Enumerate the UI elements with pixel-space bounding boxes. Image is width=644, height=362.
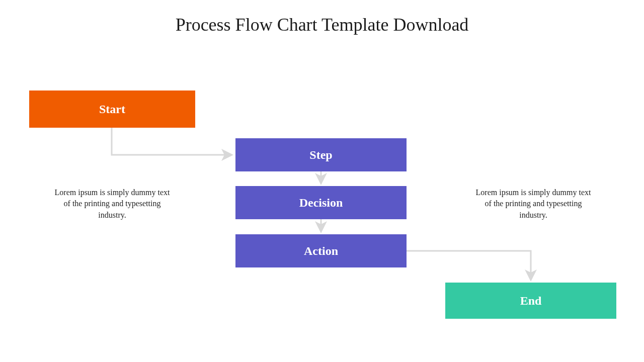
page-title: Process Flow Chart Template Download bbox=[0, 14, 644, 35]
node-end: End bbox=[445, 283, 616, 319]
description-right: Lorem ipsum is simply dummy text of the … bbox=[475, 187, 591, 221]
node-start: Start bbox=[29, 90, 195, 128]
node-step: Step bbox=[235, 138, 407, 171]
description-left: Lorem ipsum is simply dummy text of the … bbox=[54, 187, 170, 221]
node-decision: Decision bbox=[235, 186, 407, 219]
node-action: Action bbox=[235, 234, 407, 267]
